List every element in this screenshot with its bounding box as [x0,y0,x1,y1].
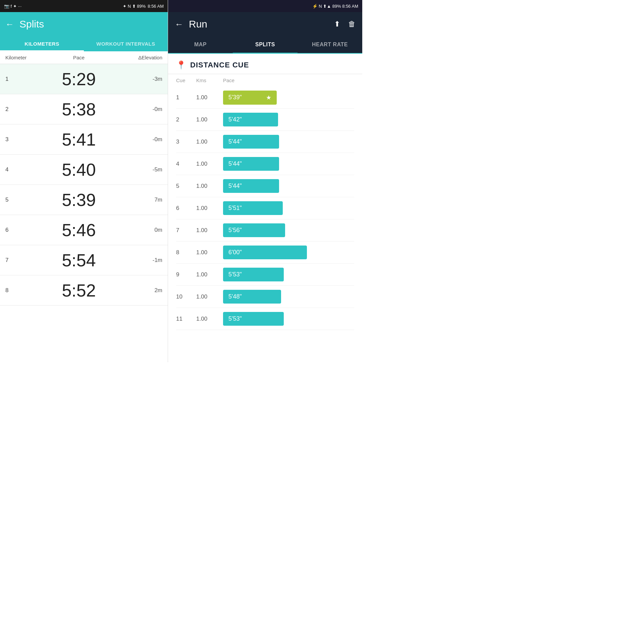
tab-kilometers[interactable]: KILOMETERS [0,36,84,51]
split-row: 7 5:54 -1m [0,245,168,275]
cue-col-cue: Cue [176,77,196,83]
cue-num: 9 [176,271,196,278]
pace-bar: 5'44" [223,179,279,193]
pace-value: 5'44" [228,138,242,145]
cue-pace-bar: 6'00" [223,246,354,259]
distance-cue-header: 📍 DISTANCE CUE [168,54,362,74]
delete-button[interactable]: 🗑 [348,20,356,29]
status-bar-left: 📷 f ✦ ··· ✦ N ⬆ 89% 8:56 AM [0,0,168,12]
run-title: Run [189,18,329,30]
split-km-num: 4 [5,166,25,173]
cue-num: 7 [176,227,196,234]
cue-num: 6 [176,205,196,212]
split-pace: 5:54 [25,250,132,270]
cue-row: 8 1.00 6'00" [176,241,354,264]
cue-num: 10 [176,293,196,300]
cue-pace-bar: 5'42" [223,113,354,126]
split-elev: -0m [132,106,162,113]
status-bar-left-icons: 📷 f ✦ ··· [4,4,21,9]
tabs-right: MAP SPLITS HEART RATE [168,36,362,54]
split-elev: 0m [132,227,162,233]
header-actions: ⬆ 🗑 [334,20,356,29]
cue-row: 7 1.00 5'56" [176,219,354,241]
tabs-left: KILOMETERS WORKOUT INTERVALS [0,36,168,51]
back-button-left[interactable]: ← [5,19,14,30]
split-km-num: 8 [5,287,25,294]
split-km-num: 3 [5,136,25,143]
status-icons: ✦ N ⬆ 89% [123,4,146,9]
cue-col-pace: Pace [223,77,354,83]
pace-value: 6'00" [228,249,242,256]
cue-kms: 1.00 [196,94,223,101]
cue-num: 2 [176,116,196,123]
tab-splits[interactable]: SPLITS [233,36,298,53]
pace-value: 5'39" [228,94,242,101]
status-bar-right: ⚡ N ⬆▲ 89% 8:56 AM [168,0,362,12]
cue-pace-bar: 5'44" [223,135,354,149]
cue-row: 4 1.00 5'44" [176,153,354,175]
app-header-left: ← Splits [0,12,168,36]
split-elev: -5m [132,166,162,173]
app-header-right: ← Run ⬆ 🗑 [168,12,362,36]
split-elev: -1m [132,257,162,264]
split-km-num: 1 [5,76,25,83]
tab-heart-rate[interactable]: HEART RATE [298,36,362,53]
cue-row: 9 1.00 5'53" [176,264,354,286]
page-title-left: Splits [19,18,44,30]
status-icons-left: 📷 f ✦ ··· [4,4,21,9]
cue-row: 10 1.00 5'48" [176,286,354,308]
split-elev: 7m [132,197,162,203]
cue-kms: 1.00 [196,205,223,212]
distance-cue-title: DISTANCE CUE [190,61,249,69]
pace-bar: 5'44" [223,135,279,149]
best-star: ★ [266,94,271,101]
split-pace: 5:38 [25,99,132,119]
back-button-right[interactable]: ← [175,19,183,30]
cue-row: 1 1.00 5'39" ★ [176,87,354,109]
split-row: 4 5:40 -5m [0,155,168,185]
cue-pace-bar: 5'56" [223,223,354,237]
col-header-km: Kilometer [5,55,25,60]
share-button[interactable]: ⬆ [334,20,340,29]
pace-value: 5'53" [228,315,242,322]
split-row: 8 5:52 2m [0,275,168,306]
split-elev: 2m [132,287,162,294]
cue-pace-bar: 5'51" [223,201,354,215]
pace-bar: 6'00" [223,246,307,259]
pace-bar: 5'56" [223,223,285,237]
right-panel: ⚡ N ⬆▲ 89% 8:56 AM ← Run ⬆ 🗑 MAP SPLITS … [168,0,362,362]
split-pace: 5:52 [25,280,132,301]
tab-workout-intervals[interactable]: WORKOUT INTERVALS [84,36,168,51]
pace-value: 5'48" [228,293,242,300]
cue-row: 2 1.00 5'42" [176,109,354,131]
pace-bar: 5'51" [223,201,283,215]
tab-map[interactable]: MAP [168,36,233,53]
split-elev: -0m [132,136,162,143]
pace-value: 5'56" [228,227,242,234]
split-pace: 5:40 [25,160,132,180]
split-km-num: 2 [5,106,25,113]
split-row: 6 5:46 0m [0,215,168,245]
cue-row: 5 1.00 5'44" [176,175,354,197]
cue-num: 5 [176,183,196,190]
pace-bar: 5'39" ★ [223,91,277,105]
cue-pace-bar: 5'53" [223,312,354,326]
pace-value: 5'42" [228,116,242,123]
cue-num: 8 [176,249,196,256]
status-bar-right-info: ✦ N ⬆ 89% 8:56 AM [123,4,164,9]
split-elev: -3m [132,76,162,83]
cue-kms: 1.00 [196,161,223,167]
split-row: 3 5:41 -0m [0,124,168,155]
cue-kms: 1.00 [196,249,223,256]
cue-list: 1 1.00 5'39" ★ 2 1.00 5'42" 3 1.00 [168,87,362,362]
split-pace: 5:29 [25,69,132,89]
cue-kms: 1.00 [196,293,223,300]
status-text-right: ⚡ N ⬆▲ 89% 8:56 AM [312,4,358,9]
split-km-num: 5 [5,197,25,203]
pace-value: 5'44" [228,160,242,167]
pin-icon: 📍 [176,60,186,70]
split-km-num: 7 [5,257,25,264]
column-headers-left: Kilometer Pace ΔElevation [0,51,168,64]
cue-row: 11 1.00 5'53" [176,308,354,330]
split-pace: 5:46 [25,220,132,240]
